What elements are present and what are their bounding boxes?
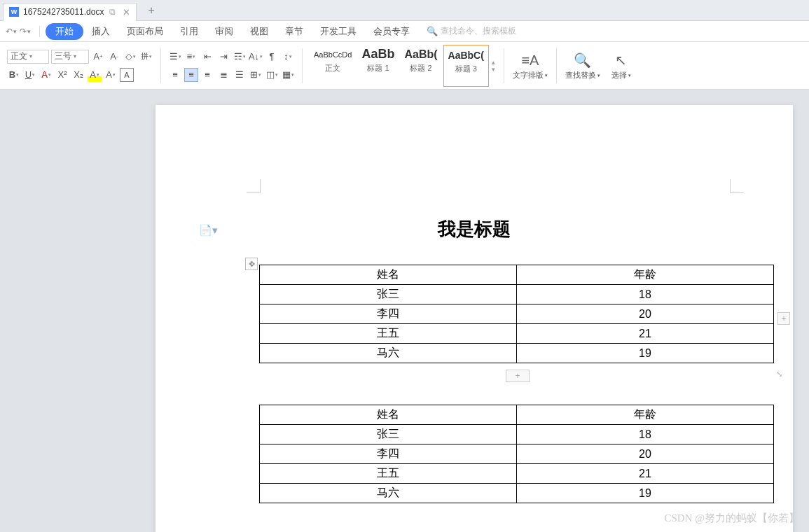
style-heading3[interactable]: AaBbC( 标题 3 — [443, 45, 489, 87]
table-cell[interactable]: 张三 — [260, 285, 517, 304]
increase-indent-icon[interactable]: ⇥ — [216, 50, 230, 64]
table-row[interactable]: 张三18 — [260, 285, 774, 304]
bullet-list-icon[interactable]: ☰ — [168, 50, 182, 64]
table-row[interactable]: 李四20 — [260, 304, 774, 324]
font-size-select[interactable]: 三号▾ — [51, 50, 89, 64]
table-cell[interactable]: 19 — [517, 484, 774, 503]
table-header-cell[interactable]: 姓名 — [260, 405, 517, 425]
line-spacing-icon[interactable]: ↕ — [281, 50, 295, 64]
document-table-2[interactable]: 姓名年龄张三18李四20王五21马六19 — [259, 405, 774, 503]
align-right-icon[interactable]: ≡ — [200, 68, 214, 82]
menu-devtools[interactable]: 开发工具 — [312, 22, 365, 41]
font-shading-button[interactable]: A — [104, 68, 118, 82]
menu-insert[interactable]: 插入 — [83, 22, 118, 41]
char-border-button[interactable]: A — [120, 68, 134, 82]
document-page[interactable]: 📄▾ 我是标题 ✥ 姓名年龄张三18李四20王五21马六19 + + ⤡ 姓名年… — [155, 105, 793, 532]
document-table-1[interactable]: 姓名年龄张三18李四20王五21马六19 — [259, 265, 774, 363]
undo-button[interactable]: ↶▾ — [6, 27, 17, 36]
table-cell[interactable]: 李四 — [260, 444, 517, 464]
styles-group: AaBbCcDd 正文 AaBb 标题 1 AaBb( 标题 2 AaBbC( … — [305, 45, 501, 87]
style-normal[interactable]: AaBbCcDd 正文 — [310, 45, 356, 87]
table-cell[interactable]: 18 — [517, 425, 774, 444]
align-justify-icon[interactable]: ≣ — [216, 68, 230, 82]
table-header-cell[interactable]: 年龄 — [517, 265, 774, 285]
menu-member[interactable]: 会员专享 — [365, 22, 418, 41]
table-resize-handle[interactable]: ⤡ — [776, 370, 786, 379]
table-row[interactable]: 张三18 — [260, 425, 774, 444]
table-cell[interactable]: 王五 — [260, 324, 517, 344]
table-cell[interactable]: 20 — [517, 304, 774, 324]
style-scroll[interactable]: ▴▾ — [490, 45, 497, 87]
menu-chapter[interactable]: 章节 — [277, 22, 312, 41]
sort-icon[interactable]: A↓ — [249, 50, 263, 64]
menu-review[interactable]: 审阅 — [207, 22, 242, 41]
text-layout-button[interactable]: ≡A 文字排版▾ — [507, 49, 553, 82]
table-cell[interactable]: 王五 — [260, 464, 517, 484]
document-tab[interactable]: W 1675242735011.docx ⧉ ✕ — [3, 3, 137, 21]
tab-stops-icon[interactable]: ⊞ — [249, 68, 263, 82]
table-header-cell[interactable]: 年龄 — [517, 405, 774, 425]
menu-reference[interactable]: 引用 — [172, 22, 207, 41]
pinyin-icon[interactable]: 拼 — [139, 50, 153, 64]
table-header-cell[interactable]: 姓名 — [260, 265, 517, 285]
table-cell[interactable]: 21 — [517, 324, 774, 344]
table-cell[interactable]: 张三 — [260, 425, 517, 444]
table-cell[interactable]: 19 — [517, 344, 774, 363]
close-icon[interactable]: ✕ — [123, 7, 130, 18]
underline-button[interactable]: U — [23, 68, 37, 82]
menu-start[interactable]: 开始 — [46, 23, 83, 40]
table-cell[interactable]: 李四 — [260, 304, 517, 324]
table-cell[interactable]: 20 — [517, 444, 774, 464]
table-row[interactable]: 王五21 — [260, 464, 774, 484]
redo-button[interactable]: ↷▾ — [20, 27, 31, 36]
table-cell[interactable]: 18 — [517, 285, 774, 304]
document-title[interactable]: 我是标题 — [155, 217, 793, 241]
superscript-button[interactable]: X² — [55, 68, 69, 82]
increase-font-icon[interactable]: A+ — [91, 50, 105, 64]
decrease-font-icon[interactable]: A- — [107, 50, 121, 64]
table-row[interactable]: 马六19 — [260, 484, 774, 503]
ribbon: 正文▾ 三号▾ A+ A- ◇ 拼 B U A X² X₂ A A A ☰ ≡ … — [0, 42, 809, 90]
menu-page-layout[interactable]: 页面布局 — [118, 22, 172, 41]
menu-view[interactable]: 视图 — [242, 22, 277, 41]
margin-corner-tr — [730, 179, 744, 193]
table-cell[interactable]: 21 — [517, 464, 774, 484]
decrease-indent-icon[interactable]: ⇤ — [200, 50, 214, 64]
separator — [39, 26, 40, 37]
table-add-row-button[interactable]: + — [506, 370, 530, 382]
separator — [302, 48, 303, 83]
table-cell[interactable]: 马六 — [260, 484, 517, 503]
find-icon: 🔍 — [574, 50, 591, 70]
table-row[interactable]: 王五21 — [260, 324, 774, 344]
font-style-select[interactable]: 正文▾ — [7, 50, 49, 64]
align-center-icon[interactable]: ≡ — [184, 68, 198, 82]
highlight-button[interactable]: A — [88, 68, 102, 82]
number-list-icon[interactable]: ≡ — [184, 50, 198, 64]
separator — [160, 48, 161, 83]
table-move-handle[interactable]: ✥ — [245, 258, 258, 270]
table-cell[interactable]: 马六 — [260, 344, 517, 363]
borders-icon[interactable]: ▦ — [281, 68, 295, 82]
table-add-column-button[interactable]: + — [777, 312, 790, 325]
style-heading1[interactable]: AaBb 标题 1 — [357, 45, 399, 87]
tab-restore-icon[interactable]: ⧉ — [109, 7, 116, 17]
table-row[interactable]: 马六19 — [260, 344, 774, 363]
wps-doc-icon: W — [9, 7, 19, 17]
table-row[interactable]: 李四20 — [260, 444, 774, 464]
align-left-icon[interactable]: ≡ — [168, 68, 182, 82]
align-distribute-icon[interactable]: ☰ — [233, 68, 247, 82]
font-color-button[interactable]: A — [39, 68, 53, 82]
command-search[interactable]: 🔍 查找命令、搜索模板 — [427, 25, 516, 37]
text-direction-icon[interactable]: ☶ — [233, 50, 247, 64]
shading-icon[interactable]: ◫ — [265, 68, 279, 82]
menu-bar: ↶▾ ↷▾ 开始 插入 页面布局 引用 审阅 视图 章节 开发工具 会员专享 🔍… — [0, 21, 809, 42]
select-button[interactable]: ↖ 选择▾ — [606, 49, 637, 82]
subscript-button[interactable]: X₂ — [71, 68, 85, 82]
new-tab-button[interactable]: + — [144, 4, 158, 17]
clear-format-icon[interactable]: ◇ — [123, 50, 137, 64]
find-replace-button[interactable]: 🔍 查找替换▾ — [560, 49, 606, 82]
style-heading2[interactable]: AaBb( 标题 2 — [400, 45, 441, 87]
bold-button[interactable]: B — [7, 68, 21, 82]
show-marks-icon[interactable]: ¶ — [265, 50, 279, 64]
font-group: 正文▾ 三号▾ A+ A- ◇ 拼 B U A X² X₂ A A A — [3, 45, 158, 87]
